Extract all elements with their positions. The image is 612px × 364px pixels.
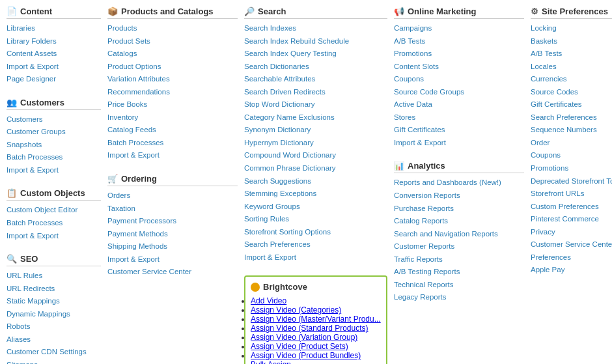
link-customer-service-center[interactable]: Customer Service Center — [107, 266, 238, 279]
link-customer-groups[interactable]: Customer Groups — [7, 126, 101, 139]
link-custom-preferences[interactable]: Custom Preferences — [531, 201, 612, 214]
link-catalogs[interactable]: Catalogs — [107, 48, 238, 61]
link-search-index-query-testing[interactable]: Search Index Query Testing — [244, 48, 387, 61]
link-dynamic-mappings[interactable]: Dynamic Mappings — [7, 308, 101, 321]
link-import---export[interactable]: Import & Export — [107, 253, 238, 266]
link-content-assets[interactable]: Content Assets — [7, 48, 101, 61]
link-source-code-groups[interactable]: Source Code Groups — [394, 86, 524, 99]
link-currencies[interactable]: Currencies — [531, 73, 612, 86]
link-variation-attributes[interactable]: Variation Attributes — [107, 73, 238, 86]
link-category-name-exclusions[interactable]: Category Name Exclusions — [244, 111, 387, 124]
link-content-slots[interactable]: Content Slots — [394, 61, 524, 74]
link-baskets[interactable]: Baskets — [531, 35, 612, 48]
link-gift-certificates[interactable]: Gift Certificates — [531, 98, 612, 111]
link-compound-word-dictionary[interactable]: Compound Word Dictionary — [244, 149, 387, 162]
link-libraries[interactable]: Libraries — [7, 22, 101, 35]
link-inventory[interactable]: Inventory — [107, 111, 238, 124]
link-payment-methods[interactable]: Payment Methods — [107, 228, 238, 241]
link-a-b-tests[interactable]: A/B Tests — [531, 48, 612, 61]
link-shipping-methods[interactable]: Shipping Methods — [107, 240, 238, 253]
link-coupons[interactable]: Coupons — [531, 149, 612, 162]
link-search-preferences[interactable]: Search Preferences — [531, 111, 612, 124]
link-stop-word-dictionary[interactable]: Stop Word Dictionary — [244, 98, 387, 111]
link-stemming-exceptions[interactable]: Stemming Exceptions — [244, 188, 387, 201]
link-price-books[interactable]: Price Books — [107, 98, 238, 111]
link-search-suggestions[interactable]: Search Suggestions — [244, 175, 387, 188]
link-searchable-attributes[interactable]: Searchable Attributes — [244, 73, 387, 86]
link-orders[interactable]: Orders — [107, 189, 238, 203]
link-product-sets[interactable]: Product Sets — [107, 35, 238, 48]
link-common-phrase-dictionary[interactable]: Common Phrase Dictionary — [244, 162, 387, 175]
link-order[interactable]: Order — [531, 137, 612, 150]
link-search-preferences[interactable]: Search Preferences — [244, 238, 387, 251]
link-source-codes[interactable]: Source Codes — [531, 86, 612, 99]
link-a-b-testing-reports[interactable]: A/B Testing Reports — [394, 266, 524, 279]
link-search-and-navigation-reports[interactable]: Search and Navigation Reports — [394, 228, 524, 241]
link-apple-pay[interactable]: Apple Pay — [531, 264, 612, 277]
link-purchase-reports[interactable]: Purchase Reports — [394, 203, 524, 216]
link-stores[interactable]: Stores — [394, 111, 524, 124]
link-batch-processes[interactable]: Batch Processes — [7, 151, 101, 164]
link-payment-processors[interactable]: Payment Processors — [107, 215, 238, 228]
link-legacy-reports[interactable]: Legacy Reports — [394, 291, 524, 304]
link-assign-video--product-bundles-[interactable]: Assign Video (Product Bundles) — [251, 351, 361, 360]
link-deprecated-storefront-toolkit[interactable]: Deprecated Storefront Toolkit — [531, 175, 612, 188]
link-assign-video--product-sets-[interactable]: Assign Video (Product Sets) — [251, 342, 348, 351]
link-storefront-urls[interactable]: Storefront URLs — [531, 188, 612, 201]
link-assign-video--standard-products-[interactable]: Assign Video (Standard Products) — [251, 324, 369, 333]
link-search-driven-redirects[interactable]: Search Driven Redirects — [244, 86, 387, 99]
link-locales[interactable]: Locales — [531, 61, 612, 74]
link-active-data[interactable]: Active Data — [394, 98, 524, 111]
link-assign-video--categories-[interactable]: Assign Video (Categories) — [251, 305, 341, 315]
link-customers[interactable]: Customers — [7, 113, 101, 126]
link-assign-video--master-variant-produ---[interactable]: Assign Video (Master/Variant Produ... — [251, 315, 381, 324]
link-recommendations[interactable]: Recommendations — [107, 86, 238, 99]
link-robots[interactable]: Robots — [7, 320, 101, 333]
link-promotions[interactable]: Promotions — [394, 48, 524, 61]
link-pinterest-commerce[interactable]: Pinterest Commerce — [531, 213, 612, 226]
link-locking[interactable]: Locking — [531, 22, 612, 35]
link-import---export[interactable]: Import & Export — [7, 230, 101, 243]
link-static-mappings[interactable]: Static Mappings — [7, 295, 101, 308]
link-gift-certificates[interactable]: Gift Certificates — [394, 124, 524, 137]
link-technical-reports[interactable]: Technical Reports — [394, 279, 524, 292]
link-products[interactable]: Products — [107, 22, 238, 35]
link-customer-reports[interactable]: Customer Reports — [394, 240, 524, 253]
link-page-designer[interactable]: Page Designer — [7, 73, 101, 86]
link-aliases[interactable]: Aliases — [7, 333, 101, 346]
link-import---export[interactable]: Import & Export — [7, 61, 101, 74]
link-keyword-groups[interactable]: Keyword Groups — [244, 201, 387, 214]
link-search-dictionaries[interactable]: Search Dictionaries — [244, 61, 387, 74]
link-import---export[interactable]: Import & Export — [244, 251, 387, 264]
link-add-video[interactable]: Add Video — [251, 296, 286, 305]
link-assign-video--variation-group-[interactable]: Assign Video (Variation Group) — [251, 333, 357, 342]
link-import---export[interactable]: Import & Export — [7, 164, 101, 177]
link-storefront-sorting-options[interactable]: Storefront Sorting Options — [244, 226, 387, 239]
link-campaigns[interactable]: Campaigns — [394, 22, 524, 35]
link-search-index-rebuild-schedule[interactable]: Search Index Rebuild Schedule — [244, 35, 387, 48]
link-import---export[interactable]: Import & Export — [107, 149, 238, 162]
link-traffic-reports[interactable]: Traffic Reports — [394, 253, 524, 266]
link-conversion-reports[interactable]: Conversion Reports — [394, 189, 524, 203]
link-sorting-rules[interactable]: Sorting Rules — [244, 213, 387, 226]
link-import---export[interactable]: Import & Export — [394, 137, 524, 150]
link-catalog-feeds[interactable]: Catalog Feeds — [107, 124, 238, 137]
link-search-indexes[interactable]: Search Indexes — [244, 22, 387, 35]
link-promotions[interactable]: Promotions — [531, 162, 612, 175]
link-hypernym-dictionary[interactable]: Hypernym Dictionary — [244, 137, 387, 150]
link-url-redirects[interactable]: URL Redirects — [7, 283, 101, 296]
link-a-b-tests[interactable]: A/B Tests — [394, 35, 524, 48]
link-product-options[interactable]: Product Options — [107, 61, 238, 74]
link-bulk-assign[interactable]: Bulk Assign — [251, 360, 291, 364]
link-reports-and-dashboards--new--[interactable]: Reports and Dashboards (New!) — [394, 176, 524, 189]
link-sitemaps[interactable]: Sitemaps — [7, 359, 101, 364]
link-custom-object-editor[interactable]: Custom Object Editor — [7, 204, 101, 217]
link-coupons[interactable]: Coupons — [394, 73, 524, 86]
link-catalog-reports[interactable]: Catalog Reports — [394, 215, 524, 228]
link-customer-cdn-settings[interactable]: Customer CDN Settings — [7, 346, 101, 359]
link-snapshots[interactable]: Snapshots — [7, 139, 101, 152]
link-batch-processes[interactable]: Batch Processes — [107, 137, 238, 150]
link-privacy[interactable]: Privacy — [531, 226, 612, 239]
link-customer-service-center-preferences[interactable]: Customer Service Center Preferences — [531, 238, 612, 264]
link-batch-processes[interactable]: Batch Processes — [7, 217, 101, 230]
